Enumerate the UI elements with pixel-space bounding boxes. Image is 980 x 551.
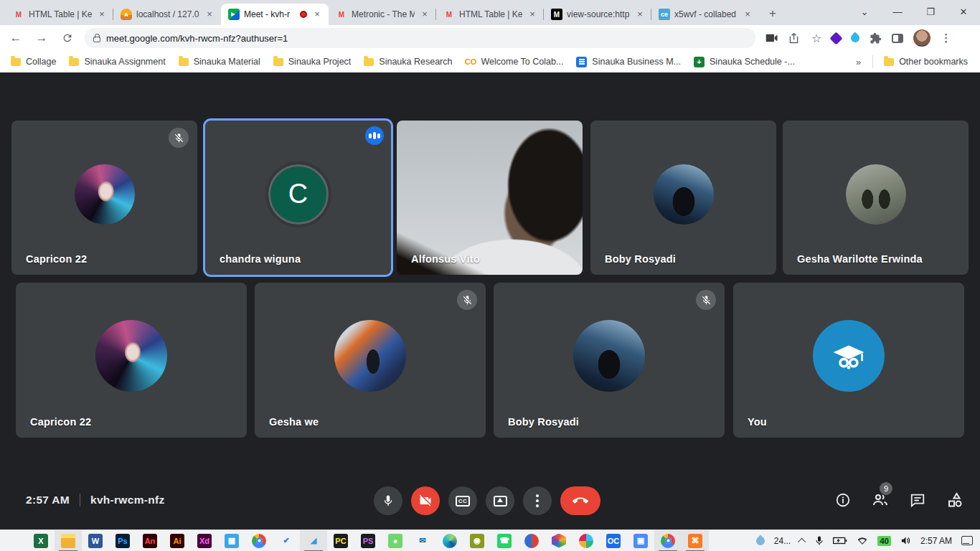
taskbar-whatsapp-button[interactable]: ☎ xyxy=(491,530,518,551)
browser-tab[interactable]: A localhost / 127.0. × xyxy=(113,4,221,25)
taskbar-android-button[interactable]: ● xyxy=(382,530,409,551)
browser-tab[interactable]: M view-source:http × xyxy=(544,4,651,25)
tray-overflow-text[interactable]: 24... xyxy=(774,536,791,546)
tab-close-icon[interactable]: × xyxy=(96,9,108,20)
bookmark-star-icon[interactable]: ☆ xyxy=(811,32,821,45)
taskbar-start-button[interactable] xyxy=(0,530,27,551)
taskbar-word-button[interactable]: W xyxy=(82,530,109,551)
taskbar-xampp-button[interactable]: ⌘ xyxy=(682,530,709,551)
maximize-button[interactable]: ❐ xyxy=(914,6,947,17)
share-icon[interactable] xyxy=(788,32,801,44)
tab-close-icon[interactable]: × xyxy=(527,9,538,20)
forward-button[interactable]: → xyxy=(32,28,52,48)
extension-drop-icon[interactable] xyxy=(849,32,862,44)
participant-tile[interactable]: Capricon 22 xyxy=(16,283,247,438)
tab-search-chevron-icon[interactable]: ⌄ xyxy=(848,6,881,17)
participant-tile[interactable]: Capricon 22 xyxy=(11,121,197,275)
bookmark-item[interactable]: Sinauka Research xyxy=(357,53,458,70)
participant-tile[interactable]: Boby Rosyadi xyxy=(590,121,776,275)
bookmark-item[interactable]: CO Welcome To Colab... xyxy=(458,53,570,70)
participant-tile[interactable]: You xyxy=(733,283,964,438)
bookmark-item[interactable]: Sinauka Schedule -... xyxy=(687,53,801,70)
more-options-button[interactable] xyxy=(523,486,552,515)
extension-diamond-icon[interactable] xyxy=(830,32,843,44)
participant-tile[interactable]: C chandra wiguna xyxy=(205,121,391,275)
close-window-button[interactable]: ✕ xyxy=(947,6,980,17)
participant-tile[interactable]: Gesha we xyxy=(255,283,486,438)
other-bookmarks-button[interactable]: Other bookmarks xyxy=(877,53,974,70)
participant-tile[interactable]: Gesha Warilotte Erwinda xyxy=(783,121,969,275)
new-tab-button[interactable]: + xyxy=(763,4,782,23)
tray-expand-chevron-icon[interactable] xyxy=(798,537,806,545)
taskbar-camera-app-button[interactable]: ◉ xyxy=(463,530,491,551)
taskbar-vscode-button[interactable]: ◢ xyxy=(300,530,327,551)
tray-battery-icon[interactable] xyxy=(833,536,847,545)
tab-close-icon[interactable]: × xyxy=(311,9,323,20)
captions-button[interactable]: CC xyxy=(448,486,477,515)
tab-close-icon[interactable]: × xyxy=(634,9,646,20)
tray-wifi-icon[interactable] xyxy=(857,536,868,545)
taskbar-calendar-button[interactable]: ▦ xyxy=(218,530,245,551)
taskbar-chrome-button[interactable] xyxy=(245,530,273,551)
minimize-button[interactable]: — xyxy=(881,6,914,17)
taskbar-chrome-2-button[interactable] xyxy=(654,530,682,551)
taskbar-phpstorm-button[interactable]: PS xyxy=(354,530,382,551)
taskbar-edge-button[interactable] xyxy=(436,530,463,551)
profile-avatar[interactable] xyxy=(913,29,930,47)
participant-tile[interactable]: Boby Rosyadi xyxy=(494,283,725,438)
extensions-puzzle-icon[interactable] xyxy=(870,32,882,44)
taskbar-photoshop-button[interactable]: Ps xyxy=(109,530,136,551)
tab-favicon: M xyxy=(551,9,562,20)
bookmark-item[interactable]: Sinauka Material xyxy=(172,53,267,70)
taskbar-xd-button[interactable]: Xd xyxy=(191,530,218,551)
present-button[interactable] xyxy=(486,486,514,515)
taskbar-zoom-button[interactable]: ▣ xyxy=(627,530,654,551)
side-panel-icon[interactable] xyxy=(892,34,903,43)
bookmark-item[interactable]: Sinauka Project xyxy=(267,53,358,70)
tab-close-icon[interactable]: × xyxy=(204,9,215,20)
bookmark-item[interactable]: Sinauka Business M... xyxy=(570,53,687,70)
reload-button[interactable] xyxy=(57,28,77,48)
camera-off-button[interactable] xyxy=(411,486,440,515)
browser-tab[interactable]: M HTML Table | Kee × xyxy=(6,4,113,25)
url-text[interactable]: meet.google.com/kvh-rwcm-nfz?authuser=1 xyxy=(106,33,288,44)
meeting-details-button[interactable] xyxy=(834,491,852,509)
browser-menu-icon[interactable]: ⋮ xyxy=(941,32,951,44)
activities-button[interactable] xyxy=(946,491,964,509)
mic-button[interactable] xyxy=(374,486,402,515)
tab-camera-indicator-icon[interactable] xyxy=(765,33,778,43)
taskbar-hexagon-app-button[interactable] xyxy=(545,530,573,551)
browser-tab[interactable]: M HTML Table | Kee × xyxy=(436,4,544,25)
taskbar-illustrator-button[interactable]: Ai xyxy=(164,530,191,551)
bookmarks-overflow-chevron[interactable]: » xyxy=(849,57,868,67)
bookmark-item[interactable]: Sinauka Assignment xyxy=(62,53,171,70)
participant-tile[interactable]: Alfonsus Vito xyxy=(397,121,583,275)
end-call-button[interactable] xyxy=(560,486,600,515)
chat-button[interactable] xyxy=(908,491,927,509)
participants-button[interactable]: 9 xyxy=(871,491,890,509)
action-center-icon[interactable] xyxy=(961,536,973,545)
back-button[interactable]: ← xyxy=(6,28,26,48)
taskbar-mail-button[interactable]: ✉ xyxy=(409,530,436,551)
address-bar[interactable]: meet.google.com/kvh-rwcm-nfz?authuser=1 xyxy=(85,28,755,48)
tray-mic-icon[interactable] xyxy=(815,535,824,546)
browser-tab[interactable]: ce x5wvf - collabed × xyxy=(651,4,759,25)
secure-lock-icon[interactable] xyxy=(93,37,100,42)
taskbar-sketchbook-button[interactable] xyxy=(518,530,545,551)
tray-weather-icon[interactable] xyxy=(754,534,766,547)
tray-volume-icon[interactable] xyxy=(900,536,911,545)
taskbar-todo-check-button[interactable]: ✔ xyxy=(273,530,300,551)
browser-tab[interactable]: M Metronic - The M × xyxy=(329,4,436,25)
taskbar-animate-button[interactable]: An xyxy=(136,530,164,551)
browser-tab[interactable]: Meet - kvh-r × xyxy=(221,4,329,25)
taskbar-slack-button[interactable] xyxy=(573,530,600,551)
bookmark-item[interactable]: Collage xyxy=(4,53,62,70)
tab-close-icon[interactable]: × xyxy=(742,9,753,20)
tray-battery-percent-badge[interactable]: 40 xyxy=(877,536,891,546)
taskbar-excel-button[interactable]: X xyxy=(27,530,55,551)
taskbar-pycharm-button[interactable]: PC xyxy=(327,530,354,551)
taskbar-octocam-button[interactable]: OC xyxy=(600,530,627,551)
tray-clock[interactable]: 2:57 AM xyxy=(920,536,952,546)
tab-close-icon[interactable]: × xyxy=(419,9,430,20)
taskbar-file-explorer-button[interactable] xyxy=(55,530,82,551)
